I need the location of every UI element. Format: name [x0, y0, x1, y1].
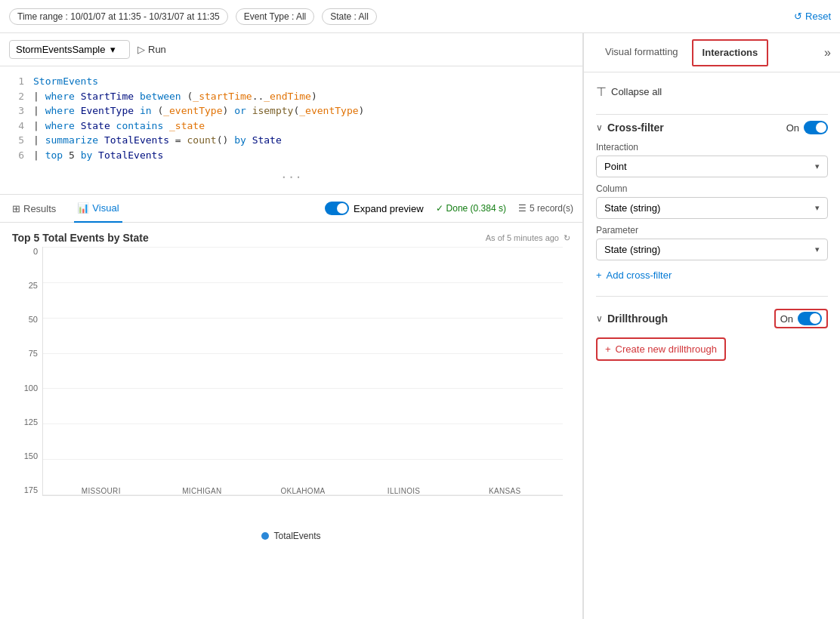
chart-area: Top 5 Total Events by State As of 5 minu…: [0, 223, 582, 619]
chart-inner: MISSOURI MICHIGAN OKLAHOMA ILLINOIS: [42, 247, 563, 496]
tab-interactions-label: Interactions: [703, 47, 758, 58]
code-line-5: 5 | summarize TotalEvents = count() by S…: [0, 133, 582, 148]
interaction-value: Point: [604, 161, 627, 172]
chart-subtitle-text: As of 5 minutes ago: [486, 233, 559, 242]
expand-preview-toggle-switch[interactable]: [325, 202, 349, 215]
y-label-125: 125: [12, 417, 42, 427]
column-field-label: Column: [596, 183, 828, 194]
create-drillthrough-label: Create new drillthrough: [616, 343, 717, 355]
code-line-4: 4 | where State contains _state: [0, 119, 582, 134]
column-dropdown[interactable]: State (string) ▾: [596, 197, 828, 219]
interaction-field-label: Interaction: [596, 142, 828, 152]
column-dropdown-chevron-icon: ▾: [815, 203, 820, 213]
code-line-1: 1 StormEvents: [0, 74, 582, 89]
cross-filter-section: ∨ Cross-filter On Interaction Point ▾ Co…: [596, 121, 828, 284]
cross-filter-chevron-icon: ∨: [596, 122, 603, 133]
code-line-6: 6 | top 5 by TotalEvents: [0, 148, 582, 163]
tab-interactions[interactable]: Interactions: [692, 39, 769, 66]
tab-visual[interactable]: 📊 Visual: [74, 194, 122, 223]
collapse-all-button[interactable]: ⊤ Collapse all: [596, 82, 828, 108]
drillthrough-toggle-label: On: [780, 313, 793, 325]
bar-missouri-label: MISSOURI: [82, 487, 121, 495]
query-bar: StormEventsSample ▾ ▷ Run: [0, 33, 582, 66]
parameter-dropdown-chevron-icon: ▾: [815, 245, 820, 254]
drillthrough-toggle-switch[interactable]: [798, 312, 822, 325]
reset-button[interactable]: ↺ Reset: [794, 11, 831, 22]
records-icon: ☰: [518, 203, 527, 214]
collapse-all-icon: ⊤: [596, 85, 607, 99]
chart-title-row: Top 5 Total Events by State As of 5 minu…: [12, 232, 570, 244]
y-label-50: 50: [12, 315, 42, 324]
results-table-icon: ⊞: [12, 203, 20, 214]
parameter-field-label: Parameter: [596, 225, 828, 236]
top-bar: Time range : 10/01/07 at 11:35 - 10/31/0…: [0, 0, 840, 33]
cross-filter-toggle-label: On: [786, 122, 799, 134]
y-label-0: 0: [12, 247, 42, 256]
parameter-dropdown[interactable]: State (string) ▾: [596, 239, 828, 260]
code-editor[interactable]: 1 StormEvents 2 | where StartTime betwee…: [0, 66, 582, 194]
y-label-175: 175: [12, 485, 42, 494]
chart-legend: TotalEvents: [12, 531, 570, 541]
y-label-25: 25: [12, 281, 42, 290]
y-label-100: 100: [12, 383, 42, 393]
drillthrough-title: Drillthrough: [607, 313, 668, 325]
legend-dot: [261, 532, 269, 540]
time-range-filter[interactable]: Time range : 10/01/07 at 11:35 - 10/31/0…: [9, 8, 228, 25]
bar-oklahoma: OKLAHOMA: [280, 479, 326, 495]
drillthrough-toggle-wrap: On: [774, 309, 828, 328]
reset-icon: ↺: [794, 11, 802, 22]
run-label: Run: [148, 44, 166, 55]
create-drillthrough-button[interactable]: + Create new drillthrough: [596, 337, 726, 361]
bar-illinois-label: ILLINOIS: [388, 487, 421, 495]
cross-filter-toggle[interactable]: On: [786, 121, 828, 134]
column-value: State (string): [604, 202, 660, 214]
panel-tabs: Visual formatting Interactions »: [584, 33, 840, 72]
add-filter-plus-icon: +: [596, 269, 602, 281]
create-drillthrough-plus-icon: +: [605, 343, 611, 355]
expand-preview-label: Expand preview: [354, 203, 424, 214]
db-name: StormEventsSample: [16, 44, 106, 55]
expand-preview-toggle[interactable]: Expand preview: [325, 202, 424, 215]
interaction-dropdown[interactable]: Point ▾: [596, 156, 828, 177]
bar-michigan-label: MICHIGAN: [182, 487, 221, 495]
bar-kansas-label: KANSAS: [489, 487, 520, 495]
right-panel: Visual formatting Interactions » ⊤ Colla…: [583, 33, 840, 619]
drillthrough-header: ∨ Drillthrough On: [596, 309, 828, 328]
add-cross-filter-button[interactable]: + Add cross-filter: [596, 266, 828, 284]
divider-1: [596, 114, 828, 115]
add-filter-label: Add cross-filter: [607, 269, 672, 281]
refresh-icon[interactable]: ↻: [564, 233, 570, 243]
records-badge: ☰ 5 record(s): [518, 203, 573, 214]
bar-kansas: KANSAS: [482, 479, 527, 495]
done-icon: ✓: [436, 203, 443, 214]
run-button[interactable]: ▷ Run: [137, 44, 166, 55]
cross-filter-title: Cross-filter: [607, 122, 664, 134]
drillthrough-collapse[interactable]: ∨ Drillthrough: [596, 313, 668, 325]
panel-expand-button[interactable]: »: [824, 46, 831, 60]
cross-filter-toggle-switch[interactable]: [804, 121, 828, 134]
reset-label: Reset: [805, 11, 831, 22]
cross-filter-collapse[interactable]: ∨ Cross-filter: [596, 122, 664, 134]
view-tabs: ⊞ Results 📊 Visual Expand preview ✓ Done…: [0, 194, 582, 223]
code-line-2: 2 | where StartTime between (_startTime.…: [0, 89, 582, 104]
divider-2: [596, 296, 828, 297]
drillthrough-chevron-icon: ∨: [596, 313, 603, 324]
panel-content: ⊤ Collapse all ∨ Cross-filter On: [584, 72, 840, 619]
tab-visual-formatting-label: Visual formatting: [605, 46, 678, 57]
done-badge: ✓ Done (0.384 s): [436, 203, 506, 214]
tab-results[interactable]: ⊞ Results: [9, 194, 59, 223]
tab-visual-formatting[interactable]: Visual formatting: [593, 33, 690, 72]
collapse-all-label: Collapse all: [611, 86, 662, 97]
state-filter[interactable]: State : All: [322, 8, 377, 25]
bar-oklahoma-label: OKLAHOMA: [280, 487, 325, 495]
database-selector[interactable]: StormEventsSample ▾: [9, 40, 130, 59]
y-label-150: 150: [12, 451, 42, 460]
event-type-filter[interactable]: Event Type : All: [236, 8, 315, 25]
code-ellipsis: ...: [0, 162, 582, 186]
y-axis: 175 150 125 100 75 50 25 0: [12, 247, 42, 496]
main-layout: StormEventsSample ▾ ▷ Run 1 StormEvents …: [0, 33, 840, 619]
code-line-3: 3 | where EventType in (_eventType) or i…: [0, 103, 582, 119]
interaction-dropdown-chevron-icon: ▾: [815, 162, 820, 171]
left-panel: StormEventsSample ▾ ▷ Run 1 StormEvents …: [0, 33, 583, 619]
records-label: 5 record(s): [530, 203, 573, 214]
